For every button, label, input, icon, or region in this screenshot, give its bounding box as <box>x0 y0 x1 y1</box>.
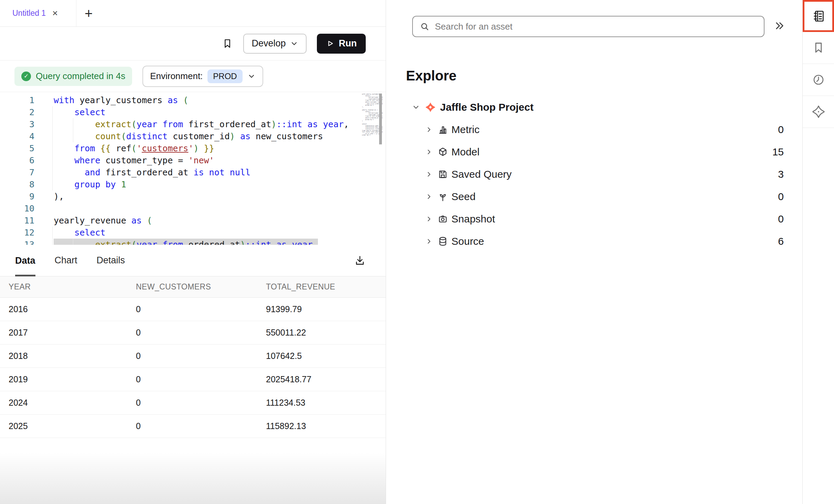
code-line[interactable]: 1with yearly_customers as ( <box>0 94 386 106</box>
results-tab-bar: DataChartDetails <box>0 245 386 276</box>
play-icon <box>326 39 334 48</box>
item-label: Model <box>451 146 480 158</box>
run-button[interactable]: Run <box>317 34 366 54</box>
code-line[interactable]: 11yearly_revenue as ( <box>0 215 386 227</box>
table-cell: 0 <box>136 351 266 361</box>
line-number: 1 <box>0 94 34 106</box>
code-line[interactable]: 6 where customer_type = 'new' <box>0 154 386 166</box>
table-row[interactable]: 20240111234.53 <box>0 391 386 415</box>
code-line[interactable]: 8 group by 1 <box>0 178 386 190</box>
explore-item-model[interactable]: Model15 <box>386 141 784 163</box>
code-line[interactable]: 3 extract(year from first_ordered_at)::i… <box>0 118 386 130</box>
table-cell: 111234.53 <box>266 398 386 408</box>
dbt-studio-app: Untitled 1 ✕ + Develop Run ✓ Query compl… <box>0 0 834 504</box>
rail-dbt-logo-outline-button[interactable] <box>803 96 834 128</box>
results-tab-data[interactable]: Data <box>15 245 35 276</box>
metric-icon <box>438 124 448 135</box>
table-cell: 2018 <box>9 351 136 361</box>
environment-selector[interactable]: Environment: PROD <box>142 66 263 87</box>
develop-dropdown[interactable]: Develop <box>243 34 306 54</box>
collapse-panel-icon[interactable] <box>774 20 785 32</box>
new-tab-button[interactable]: + <box>85 7 93 20</box>
table-row[interactable]: 201902025418.77 <box>0 368 386 391</box>
code-text: count(distinct customer_id) as new_custo… <box>54 130 323 142</box>
explore-item-seed[interactable]: Seed0 <box>386 185 784 208</box>
rail-bookmark-button[interactable] <box>803 32 834 64</box>
table-row[interactable]: 20180107642.5 <box>0 344 386 368</box>
code-line[interactable]: 4 count(distinct customer_id) as new_cus… <box>0 130 386 142</box>
bookmark-icon[interactable] <box>222 38 233 49</box>
asset-search-box[interactable] <box>412 16 764 37</box>
table-cell: 0 <box>136 328 266 338</box>
item-count: 0 <box>778 191 784 202</box>
table-cell: 2025418.77 <box>266 374 386 384</box>
explore-item-source[interactable]: Source6 <box>386 230 784 252</box>
sql-code-editor[interactable]: 1with yearly_customers as (2 select3 ext… <box>0 92 386 245</box>
code-text: yearly_revenue as ( <box>54 215 152 227</box>
environment-value-badge: PROD <box>207 69 242 83</box>
results-tab-details[interactable]: Details <box>97 245 125 276</box>
indent-guide <box>52 227 53 245</box>
code-line[interactable]: 13 extract(year from ordered_at)::int as… <box>0 239 386 245</box>
results-tab-chart[interactable]: Chart <box>55 245 77 276</box>
table-row[interactable]: 2016091399.79 <box>0 298 386 321</box>
tree-node-jaffle-shop-project[interactable]: Jaffle Shop Project <box>386 96 784 118</box>
code-text: select <box>54 106 106 118</box>
chevron-right-icon[interactable] <box>425 238 433 245</box>
table-cell: 2019 <box>9 374 136 384</box>
model-icon <box>438 147 448 157</box>
chevron-down-icon <box>290 40 298 48</box>
line-number: 11 <box>0 215 34 227</box>
dbt-logo-outline-icon <box>812 105 825 118</box>
item-label: Source <box>451 235 484 247</box>
editor-pane: Untitled 1 ✕ + Develop Run ✓ Query compl… <box>0 0 386 504</box>
source-icon <box>438 236 448 246</box>
code-line[interactable]: 7 and first_ordered_at is not null <box>0 166 386 178</box>
code-line[interactable]: 10 <box>0 202 386 215</box>
snapshot-icon <box>438 214 448 224</box>
code-text: extract(year from ordered_at)::int as ye… <box>54 239 318 245</box>
query-status-badge: ✓ Query completed in 4s <box>14 67 132 86</box>
results-panel: DataChartDetails YEARNEW_CUSTOMERSTOTAL_… <box>0 245 386 438</box>
chevron-right-icon[interactable] <box>425 148 433 156</box>
chevron-right-icon[interactable] <box>425 171 433 178</box>
code-line[interactable]: 5 from {{ ref('customers') }} <box>0 142 386 154</box>
environment-label: Environment: <box>150 71 203 81</box>
item-count: 3 <box>778 168 784 180</box>
search-icon <box>420 22 429 31</box>
close-tab-icon[interactable]: ✕ <box>52 9 58 18</box>
tab-untitled-1[interactable]: Untitled 1 ✕ <box>0 0 76 26</box>
code-text: ), <box>54 190 64 202</box>
rail-history-clock-button[interactable] <box>803 64 834 96</box>
table-row[interactable]: 20170550011.22 <box>0 321 386 344</box>
chevron-down-icon[interactable] <box>412 103 420 111</box>
search-input[interactable] <box>435 21 758 32</box>
code-line[interactable]: 2 select <box>0 106 386 118</box>
table-cell: 115892.13 <box>266 421 386 431</box>
line-number: 4 <box>0 130 34 142</box>
code-lines: 1with yearly_customers as (2 select3 ext… <box>0 94 386 245</box>
item-label: Saved Query <box>451 168 512 180</box>
chevron-right-icon[interactable] <box>425 126 433 133</box>
rail-catalog-notebook-button[interactable] <box>803 0 834 32</box>
table-row[interactable]: 20250115892.13 <box>0 415 386 438</box>
explore-item-saved-query[interactable]: Saved Query3 <box>386 163 784 185</box>
explore-item-metric[interactable]: Metric0 <box>386 118 784 141</box>
indent-guide <box>73 239 73 245</box>
table-cell: 107642.5 <box>266 351 386 361</box>
code-text: extract(year from first_ordered_at)::int… <box>54 118 349 130</box>
code-line[interactable]: 9), <box>0 190 386 202</box>
explore-item-snapshot[interactable]: Snapshot0 <box>386 208 784 230</box>
column-header: YEAR <box>9 282 136 292</box>
download-icon[interactable] <box>354 255 366 266</box>
status-bar: ✓ Query completed in 4s Environment: PRO… <box>0 61 386 92</box>
line-number: 3 <box>0 118 34 130</box>
table-cell: 91399.79 <box>266 304 386 314</box>
chevron-right-icon[interactable] <box>425 215 433 223</box>
tab-label: Untitled 1 <box>12 9 46 18</box>
code-line[interactable]: 12 select <box>0 227 386 239</box>
tree-items: Metric0Model15Saved Query3Seed0Snapshot0… <box>386 118 784 252</box>
chevron-right-icon[interactable] <box>425 193 433 200</box>
table-cell: 2024 <box>9 398 136 408</box>
editor-scrollbar[interactable] <box>379 94 382 144</box>
